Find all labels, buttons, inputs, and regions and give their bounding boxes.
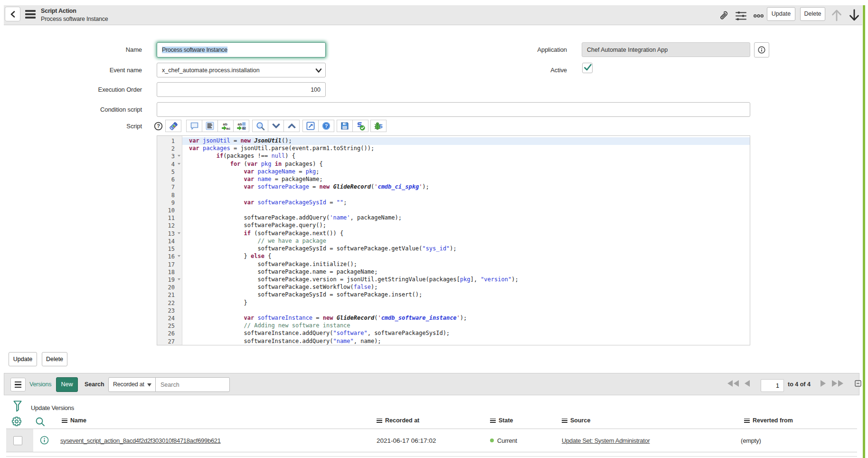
next-page-icon (820, 380, 826, 387)
prev-page-button[interactable] (744, 380, 751, 387)
next-page-button[interactable] (820, 380, 826, 387)
line-number: 25 (168, 323, 175, 329)
help-button[interactable]: ? (318, 120, 334, 132)
gutter-line: 2 (157, 145, 182, 153)
active-checkbox[interactable] (582, 63, 593, 73)
code-line: if(packages !== null) { (182, 153, 750, 160)
comment-button[interactable] (186, 120, 202, 132)
application-info-button[interactable] (754, 42, 769, 57)
delete-button-header[interactable]: Delete (800, 7, 825, 21)
column-header-state[interactable]: State (490, 417, 513, 424)
svg-text:ac: ac (242, 126, 245, 130)
code-line (182, 191, 750, 199)
fold-marker-icon[interactable] (178, 255, 180, 257)
name-label: Name (47, 46, 142, 53)
application-field: Chef Automate Integration App (582, 42, 750, 57)
menu-bar (490, 422, 496, 423)
menu-bar (25, 17, 36, 19)
name-value: Process software Instance (162, 47, 227, 53)
code-line (182, 307, 750, 315)
collapse-icon (855, 380, 861, 387)
scroll-down-button[interactable] (848, 9, 861, 22)
column-header-reverted-from[interactable]: Reverted from (744, 417, 793, 424)
script-editor[interactable]: 1234567891011121314151617181920212223242… (157, 135, 750, 345)
column-header-recorded-at[interactable]: Recorded at (377, 417, 419, 424)
code-line: for (var pkg in packages) { (182, 161, 750, 168)
syntax-check-button[interactable] (352, 120, 368, 132)
debug-button[interactable] (370, 120, 387, 132)
line-number: 2 (171, 145, 175, 152)
update-button-bottom[interactable]: Update (9, 352, 37, 366)
fold-marker-icon[interactable] (178, 232, 180, 234)
search-button[interactable] (252, 120, 268, 132)
menu-bar (744, 422, 750, 423)
gutter-line: 7 (157, 183, 182, 191)
back-button[interactable] (5, 7, 20, 21)
syntax-editor-toggle-icon (169, 122, 178, 131)
new-button[interactable]: New (56, 377, 78, 392)
row-info-button[interactable] (39, 435, 49, 445)
form-context-menu-icon[interactable] (25, 10, 36, 19)
chevron-down-icon (315, 67, 322, 74)
gutter-line[interactable]: 3 (157, 153, 182, 160)
checkmark-icon (583, 63, 593, 72)
scroll-up-button[interactable] (830, 9, 843, 22)
fold-marker-icon[interactable] (178, 155, 180, 157)
personalize-form-button[interactable] (734, 10, 748, 21)
event-name-select[interactable]: x_chef_automate.process.installation (157, 63, 326, 77)
open-in-window-button[interactable] (302, 120, 319, 132)
replace-all-button[interactable]: abac (233, 120, 249, 132)
line-number: 19 (168, 277, 175, 283)
row-source-link[interactable]: Update Set: System Administrator (562, 437, 650, 444)
format-code-button[interactable] (202, 120, 218, 132)
gutter-line: 14 (157, 238, 182, 245)
save-button[interactable] (337, 120, 353, 132)
question-circle-icon: ? (154, 122, 163, 131)
script-help-button[interactable]: ? (154, 122, 163, 131)
application-label: Application (472, 46, 567, 53)
column-header-name[interactable]: Name (62, 417, 86, 424)
update-button-header[interactable]: Update (767, 7, 795, 21)
execution-order-input[interactable] (157, 82, 326, 97)
pagination-range: to 4 of 4 (788, 381, 811, 388)
list-bottom-divider (6, 456, 857, 457)
list-personalize-button[interactable] (11, 416, 22, 427)
page-number-input[interactable] (761, 379, 784, 392)
state-dot (490, 439, 494, 442)
find-previous-button[interactable] (283, 120, 300, 132)
paperclip-icon (717, 9, 730, 22)
versions-search-input[interactable] (155, 377, 230, 392)
toolbar-group (252, 120, 300, 132)
format-code-icon (206, 122, 214, 130)
syntax-editor-toggle-button[interactable] (165, 120, 181, 132)
editor-code[interactable]: var jsonUtil = new JsonUtil();var packag… (182, 136, 750, 345)
line-number: 16 (168, 253, 175, 260)
condition-script-input[interactable] (157, 102, 750, 117)
row-name-link[interactable]: sysevent_script_action_8acd4f2d2f303010f… (60, 437, 221, 444)
first-page-button[interactable] (727, 380, 739, 387)
name-input[interactable]: Process software Instance (157, 42, 326, 57)
search-field-select[interactable]: Recorded at (108, 377, 156, 392)
find-next-button[interactable] (268, 120, 284, 132)
column-header-source[interactable]: Source (562, 417, 590, 424)
line-number: 26 (168, 330, 175, 337)
delete-button-bottom[interactable]: Delete (42, 352, 67, 366)
fold-marker-icon[interactable] (178, 278, 180, 280)
fold-marker-icon[interactable] (178, 163, 180, 165)
breadcrumb[interactable]: Update Versions (31, 404, 74, 411)
list-search-button[interactable] (35, 417, 45, 427)
gutter-line[interactable]: 19 (157, 276, 182, 284)
more-options-button[interactable] (753, 12, 764, 19)
last-page-button[interactable] (831, 380, 843, 387)
line-number: 15 (168, 246, 175, 252)
attachment-button[interactable] (716, 9, 731, 22)
gutter-line[interactable]: 4 (157, 161, 182, 168)
list-context-menu[interactable] (10, 378, 26, 391)
collapse-list-button[interactable] (854, 380, 862, 387)
row-checkbox[interactable] (13, 436, 22, 445)
gutter-line[interactable]: 13 (157, 230, 182, 238)
replace-button[interactable]: abac (217, 120, 234, 132)
script-label: Script (47, 123, 142, 130)
gutter-line[interactable]: 16 (157, 253, 182, 260)
filter-button[interactable] (13, 401, 22, 413)
